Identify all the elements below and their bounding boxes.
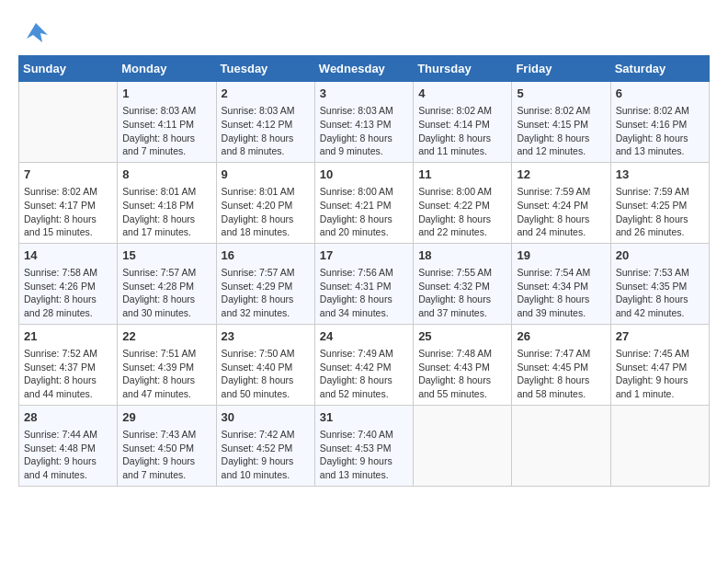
day-info: Sunrise: 8:02 AMSunset: 4:17 PMDaylight:… (24, 185, 112, 239)
day-number: 26 (517, 328, 605, 345)
day-number: 29 (122, 409, 210, 426)
day-number: 4 (418, 86, 506, 102)
weekday-header-friday: Friday (512, 56, 610, 82)
calendar-cell: 16Sunrise: 7:57 AMSunset: 4:29 PMDayligh… (216, 243, 314, 324)
day-info: Sunrise: 8:02 AMSunset: 4:15 PMDaylight:… (517, 104, 605, 158)
day-number: 15 (122, 247, 210, 264)
day-number: 25 (418, 328, 506, 345)
calendar-cell: 19Sunrise: 7:54 AMSunset: 4:34 PMDayligh… (512, 243, 610, 324)
day-info: Sunrise: 7:45 AMSunset: 4:47 PMDaylight:… (616, 347, 704, 401)
day-info: Sunrise: 7:48 AMSunset: 4:43 PMDaylight:… (418, 347, 506, 401)
calendar-cell: 21Sunrise: 7:52 AMSunset: 4:37 PMDayligh… (19, 324, 118, 405)
calendar-cell: 13Sunrise: 7:59 AMSunset: 4:25 PMDayligh… (610, 162, 709, 243)
day-number: 18 (418, 247, 506, 264)
calendar-cell: 10Sunrise: 8:00 AMSunset: 4:21 PMDayligh… (314, 162, 413, 243)
calendar-cell: 7Sunrise: 8:02 AMSunset: 4:17 PMDaylight… (19, 162, 118, 243)
calendar-cell: 3Sunrise: 8:03 AMSunset: 4:13 PMDaylight… (314, 82, 413, 163)
calendar-cell: 8Sunrise: 8:01 AMSunset: 4:18 PMDaylight… (118, 162, 216, 243)
calendar-cell (19, 82, 118, 163)
calendar-cell: 5Sunrise: 8:02 AMSunset: 4:15 PMDaylight… (512, 82, 610, 163)
calendar-cell: 15Sunrise: 7:57 AMSunset: 4:28 PMDayligh… (118, 243, 216, 324)
logo (18, 18, 50, 46)
day-info: Sunrise: 7:40 AMSunset: 4:53 PMDaylight:… (320, 428, 408, 482)
calendar-cell: 27Sunrise: 7:45 AMSunset: 4:47 PMDayligh… (610, 324, 709, 405)
day-number: 31 (320, 409, 408, 426)
calendar-cell: 9Sunrise: 8:01 AMSunset: 4:20 PMDaylight… (216, 162, 314, 243)
day-info: Sunrise: 7:58 AMSunset: 4:26 PMDaylight:… (24, 266, 112, 320)
calendar-week-row-5: 28Sunrise: 7:44 AMSunset: 4:48 PMDayligh… (19, 405, 710, 486)
calendar-cell: 31Sunrise: 7:40 AMSunset: 4:53 PMDayligh… (314, 405, 413, 486)
calendar-table: SundayMondayTuesdayWednesdayThursdayFrid… (18, 55, 710, 487)
day-info: Sunrise: 8:00 AMSunset: 4:21 PMDaylight:… (320, 185, 408, 239)
day-number: 3 (320, 86, 408, 102)
day-info: Sunrise: 8:02 AMSunset: 4:16 PMDaylight:… (616, 104, 704, 158)
day-number: 14 (24, 247, 112, 264)
weekday-header-wednesday: Wednesday (314, 56, 413, 82)
day-info: Sunrise: 8:03 AMSunset: 4:11 PMDaylight:… (122, 104, 210, 158)
day-info: Sunrise: 7:52 AMSunset: 4:37 PMDaylight:… (24, 347, 112, 401)
weekday-header-monday: Monday (118, 56, 216, 82)
day-number: 13 (616, 167, 704, 183)
calendar-cell: 17Sunrise: 7:56 AMSunset: 4:31 PMDayligh… (314, 243, 413, 324)
calendar-cell: 25Sunrise: 7:48 AMSunset: 4:43 PMDayligh… (414, 324, 512, 405)
day-info: Sunrise: 8:03 AMSunset: 4:12 PMDaylight:… (222, 104, 310, 158)
day-info: Sunrise: 7:54 AMSunset: 4:34 PMDaylight:… (517, 266, 605, 320)
calendar-cell: 11Sunrise: 8:00 AMSunset: 4:22 PMDayligh… (414, 162, 512, 243)
day-number: 1 (122, 86, 210, 102)
day-info: Sunrise: 7:47 AMSunset: 4:45 PMDaylight:… (517, 347, 605, 401)
day-number: 11 (418, 167, 506, 183)
calendar-cell: 20Sunrise: 7:53 AMSunset: 4:35 PMDayligh… (610, 243, 709, 324)
header (18, 18, 710, 46)
day-info: Sunrise: 8:01 AMSunset: 4:20 PMDaylight:… (222, 185, 310, 239)
day-info: Sunrise: 7:42 AMSunset: 4:52 PMDaylight:… (222, 428, 310, 482)
day-number: 9 (222, 167, 310, 183)
day-info: Sunrise: 8:00 AMSunset: 4:22 PMDaylight:… (418, 185, 506, 239)
calendar-cell: 26Sunrise: 7:47 AMSunset: 4:45 PMDayligh… (512, 324, 610, 405)
day-number: 10 (320, 167, 408, 183)
calendar-week-row-3: 14Sunrise: 7:58 AMSunset: 4:26 PMDayligh… (19, 243, 710, 324)
calendar-week-row-1: 1Sunrise: 8:03 AMSunset: 4:11 PMDaylight… (19, 82, 710, 163)
calendar-cell: 28Sunrise: 7:44 AMSunset: 4:48 PMDayligh… (19, 405, 118, 486)
day-number: 23 (222, 328, 310, 345)
day-info: Sunrise: 7:51 AMSunset: 4:39 PMDaylight:… (122, 347, 210, 401)
weekday-header-row: SundayMondayTuesdayWednesdayThursdayFrid… (19, 56, 710, 82)
day-number: 24 (320, 328, 408, 345)
calendar-cell: 30Sunrise: 7:42 AMSunset: 4:52 PMDayligh… (216, 405, 314, 486)
calendar-cell: 29Sunrise: 7:43 AMSunset: 4:50 PMDayligh… (118, 405, 216, 486)
calendar-cell (610, 405, 709, 486)
day-number: 20 (616, 247, 704, 264)
day-number: 16 (222, 247, 310, 264)
weekday-header-sunday: Sunday (19, 56, 118, 82)
day-info: Sunrise: 8:02 AMSunset: 4:14 PMDaylight:… (418, 104, 506, 158)
day-info: Sunrise: 7:56 AMSunset: 4:31 PMDaylight:… (320, 266, 408, 320)
day-number: 28 (24, 409, 112, 426)
calendar-cell: 18Sunrise: 7:55 AMSunset: 4:32 PMDayligh… (414, 243, 512, 324)
day-number: 2 (222, 86, 310, 102)
day-info: Sunrise: 7:59 AMSunset: 4:25 PMDaylight:… (616, 185, 704, 239)
weekday-header-thursday: Thursday (414, 56, 512, 82)
day-info: Sunrise: 8:03 AMSunset: 4:13 PMDaylight:… (320, 104, 408, 158)
day-info: Sunrise: 7:57 AMSunset: 4:29 PMDaylight:… (222, 266, 310, 320)
day-number: 6 (616, 86, 704, 102)
calendar-cell: 1Sunrise: 8:03 AMSunset: 4:11 PMDaylight… (118, 82, 216, 163)
calendar-cell (414, 405, 512, 486)
day-number: 19 (517, 247, 605, 264)
day-info: Sunrise: 7:55 AMSunset: 4:32 PMDaylight:… (418, 266, 506, 320)
day-number: 5 (517, 86, 605, 102)
day-number: 7 (24, 167, 112, 183)
day-info: Sunrise: 7:43 AMSunset: 4:50 PMDaylight:… (122, 428, 210, 482)
day-number: 12 (517, 167, 605, 183)
day-info: Sunrise: 7:53 AMSunset: 4:35 PMDaylight:… (616, 266, 704, 320)
day-number: 30 (222, 409, 310, 426)
day-info: Sunrise: 7:49 AMSunset: 4:42 PMDaylight:… (320, 347, 408, 401)
calendar-cell: 2Sunrise: 8:03 AMSunset: 4:12 PMDaylight… (216, 82, 314, 163)
logo-bird-icon (22, 18, 50, 46)
calendar-cell: 12Sunrise: 7:59 AMSunset: 4:24 PMDayligh… (512, 162, 610, 243)
day-info: Sunrise: 7:57 AMSunset: 4:28 PMDaylight:… (122, 266, 210, 320)
day-number: 21 (24, 328, 112, 345)
weekday-header-saturday: Saturday (610, 56, 709, 82)
svg-marker-0 (27, 23, 48, 42)
calendar-cell: 23Sunrise: 7:50 AMSunset: 4:40 PMDayligh… (216, 324, 314, 405)
calendar-cell: 4Sunrise: 8:02 AMSunset: 4:14 PMDaylight… (414, 82, 512, 163)
calendar-cell: 6Sunrise: 8:02 AMSunset: 4:16 PMDaylight… (610, 82, 709, 163)
